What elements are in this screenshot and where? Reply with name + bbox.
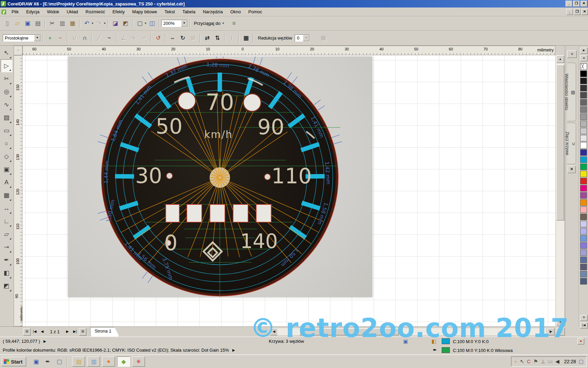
delete-node-icon[interactable]: − — [55, 33, 65, 43]
shape-mode-dropdown-arrow[interactable]: ▼ — [34, 35, 40, 41]
ruler-origin[interactable]: ⁘ — [14, 46, 22, 55]
smart-fill-tool[interactable]: ▨ — [1, 111, 12, 124]
page-tab[interactable]: Strona 1 — [90, 327, 119, 337]
node-reduction-spinner[interactable]: ÷ — [303, 35, 309, 41]
tray-flag[interactable]: ⚑ — [534, 358, 538, 365]
menu-okno[interactable]: Okno — [227, 8, 244, 15]
symmetric-node-icon[interactable]: ≈ — [139, 33, 149, 43]
welcome-screen-icon[interactable]: ◫ — [147, 19, 157, 28]
display-settings-icon[interactable]: ▢ — [54, 357, 64, 366]
palette-flyout-button[interactable]: ▶ — [580, 48, 588, 54]
menu-narz-dzia[interactable]: Narzędzia — [199, 8, 226, 15]
tray-pointer[interactable]: ↖ — [520, 358, 524, 365]
scanned-dial-photo[interactable]: 70 50 90 30 110 0 140 km/h 1,28 mm 1,37 … — [68, 57, 372, 297]
ink-pen-icon[interactable]: ✒ — [43, 357, 53, 366]
menu-efekty[interactable]: Efekty — [109, 8, 128, 15]
coords-flyout-arrow[interactable]: ▶ — [44, 339, 46, 343]
palette-swatch[interactable] — [580, 257, 587, 263]
undo-icon[interactable]: ↶ — [82, 19, 92, 28]
tray-ccleaner[interactable]: C — [527, 358, 531, 365]
shape-mode-combo[interactable]: Prostokątne ▼ — [3, 34, 41, 42]
connector-tool[interactable]: ∟ — [1, 215, 12, 228]
palette-swatch[interactable] — [580, 278, 587, 285]
palette-swatch[interactable] — [580, 206, 587, 213]
basic-shapes-tool[interactable]: ▣ — [1, 163, 12, 176]
record-indicator[interactable]: ● — [577, 338, 584, 344]
palette-swatch[interactable] — [580, 214, 587, 220]
palette-swatch[interactable] — [580, 113, 587, 120]
rectangle-tool[interactable]: ▭ — [1, 124, 12, 137]
import-icon[interactable]: ◪ — [111, 19, 120, 28]
palette-swatch[interactable] — [580, 199, 587, 206]
docker-tab-object-properties[interactable]: ▧ Właściwości obiektu — [567, 63, 576, 121]
task-notepad[interactable]: ▥ — [87, 356, 100, 367]
menu-edycja[interactable]: Edycja — [23, 8, 43, 15]
break-curve-icon[interactable]: ∩ — [80, 33, 89, 43]
vertical-scroll-thumb[interactable] — [556, 65, 564, 220]
profiles-flyout-arrow[interactable]: ▶ — [232, 348, 235, 352]
reverse-direction-icon[interactable]: ↺ — [153, 33, 163, 43]
add-page-button-2[interactable]: ⊞ — [79, 328, 86, 336]
snap-to-button[interactable]: Przyciągaj do — [192, 21, 223, 26]
node-reduction-input[interactable]: 0 ÷ — [295, 34, 310, 42]
palette-swatch[interactable] — [580, 178, 587, 184]
next-page-button[interactable]: ▶ — [64, 328, 71, 335]
snap-to-dropdown-arrow[interactable]: ▼ — [222, 22, 225, 25]
contour-tool[interactable]: ▱ — [1, 228, 12, 241]
palette-swatch[interactable] — [580, 164, 587, 170]
palette-swatch[interactable] — [580, 121, 587, 127]
rotate-skew-nodes-icon[interactable]: ↻ — [178, 33, 187, 43]
full-screen-preview-dropdown-arrow[interactable]: ▼ — [144, 22, 147, 25]
join-nodes-icon[interactable]: ∪ — [70, 33, 79, 43]
outline-pen-tool[interactable]: ✒ — [1, 254, 12, 266]
palette-expand-button[interactable]: |◀ — [580, 322, 588, 328]
doc-minimize-button[interactable]: _ — [566, 9, 573, 15]
task-explorer-window[interactable]: ▤ — [72, 356, 85, 367]
menu-rozmie[interactable]: Rozmieść — [82, 8, 108, 15]
fill-tool[interactable]: ◧ — [1, 266, 12, 279]
ellipse-tool[interactable]: ○ — [1, 137, 12, 150]
convert-to-line-icon[interactable]: ╱ — [94, 33, 104, 43]
zoom-dropdown-arrow[interactable]: ▼ — [181, 20, 187, 27]
palette-swatch[interactable] — [580, 235, 587, 242]
close-button[interactable]: ✕ — [581, 1, 587, 7]
zoom-level-combo[interactable]: 200% ▼ — [161, 20, 188, 27]
palette-swatch[interactable] — [580, 185, 587, 191]
task-plugin-app[interactable]: ✳ — [132, 356, 145, 367]
drawing-canvas[interactable]: 70 50 90 30 110 0 140 km/h 1,28 mm 1,37 … — [22, 55, 555, 326]
palette-swatch[interactable] — [580, 78, 587, 84]
align-nodes-icon[interactable]: ⊞ — [188, 33, 198, 43]
cut-icon[interactable]: ✂ — [47, 19, 57, 28]
select-all-nodes-icon[interactable]: ▦ — [241, 33, 251, 43]
menu-widok[interactable]: Widok — [44, 8, 63, 15]
shape-tool[interactable]: ▷ — [1, 59, 12, 72]
docker-tab-join-curves[interactable]: ∪ Złącz krzywe — [567, 123, 576, 164]
horizontal-ruler[interactable]: 60504030201001020304050607080milimetry — [22, 46, 555, 55]
paste-icon[interactable]: ▦ — [68, 19, 77, 28]
palette-swatch[interactable] — [580, 142, 587, 149]
tray-monitor-icon[interactable]: ▢ — [579, 358, 584, 365]
palette-swatch-none[interactable] — [580, 63, 587, 70]
restore-button[interactable]: ❐ — [573, 1, 580, 7]
open-icon[interactable]: ▱ — [13, 19, 22, 28]
docker-collapse-button[interactable]: « — [567, 50, 577, 58]
redo-dropdown-arrow[interactable]: ▼ — [103, 22, 106, 25]
vertical-scrollbar[interactable]: ▲ ▼ — [556, 55, 564, 326]
undo-dropdown-arrow[interactable]: ▼ — [91, 22, 94, 25]
doc-close-button[interactable]: ✕ — [581, 9, 588, 15]
palette-swatch[interactable] — [580, 135, 587, 141]
palette-swatch[interactable] — [580, 228, 587, 234]
tray-crescent[interactable]: ◗ — [514, 358, 517, 365]
polygon-tool[interactable]: ◇ — [1, 150, 12, 163]
eyedropper-tool[interactable]: ⊸ — [1, 241, 12, 254]
task-firefox[interactable]: ● — [102, 356, 115, 367]
palette-swatch[interactable] — [580, 221, 587, 227]
horizontal-reflect-nodes-icon[interactable]: ⇄ — [202, 33, 212, 43]
palette-swatch[interactable] — [580, 85, 587, 91]
tray-plug[interactable]: ⊥ — [541, 358, 545, 365]
doc-restore-button[interactable]: ❐ — [574, 9, 581, 15]
docker-close-button[interactable]: ✕ — [568, 166, 576, 173]
palette-swatch[interactable] — [580, 264, 587, 270]
dimension-tool[interactable]: ↔ — [1, 202, 12, 215]
palette-swatch[interactable] — [580, 92, 587, 98]
